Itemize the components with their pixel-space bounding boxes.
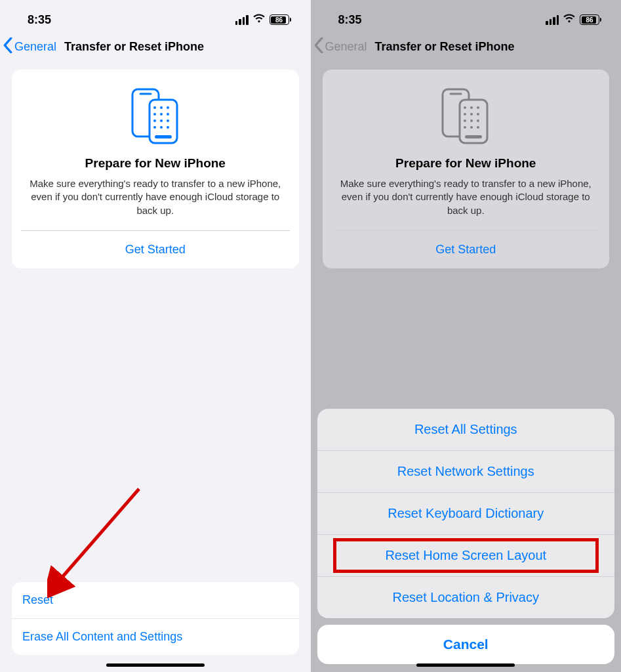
svg-point-29 bbox=[464, 126, 466, 129]
chevron-left-icon bbox=[313, 37, 324, 56]
prepare-card: Prepare for New iPhone Make sure everyth… bbox=[12, 70, 299, 268]
home-indicator[interactable] bbox=[106, 663, 205, 667]
two-phones-icon bbox=[129, 87, 182, 146]
svg-point-12 bbox=[153, 126, 156, 129]
sheet-cancel-button[interactable]: Cancel bbox=[317, 625, 615, 664]
battery-percent: 86 bbox=[586, 16, 593, 24]
battery-icon: 86 bbox=[580, 14, 601, 25]
signal-bars-icon bbox=[235, 15, 249, 25]
wifi-icon bbox=[563, 13, 576, 26]
erase-all-row[interactable]: Erase All Content and Settings bbox=[12, 618, 299, 655]
prepare-card: Prepare for New iPhone Make sure everyth… bbox=[323, 70, 610, 268]
card-body: Make sure everything's ready to transfer… bbox=[22, 177, 289, 230]
get-started-button[interactable]: Get Started bbox=[22, 231, 289, 268]
nav-bar: General Transfer or Reset iPhone bbox=[311, 32, 622, 70]
page-title: Transfer or Reset iPhone bbox=[375, 40, 515, 54]
screen-reset-sheet: 8:35 86 General Transfer or Reset iPhone bbox=[311, 0, 622, 672]
card-heading: Prepare for New iPhone bbox=[333, 156, 599, 171]
back-button[interactable]: General bbox=[14, 40, 56, 54]
svg-point-23 bbox=[464, 113, 466, 116]
svg-point-10 bbox=[160, 119, 163, 122]
content-area: Prepare for New iPhone Make sure everyth… bbox=[0, 70, 311, 268]
battery-percent: 86 bbox=[275, 16, 283, 24]
svg-point-22 bbox=[477, 106, 479, 109]
sheet-option-reset-location[interactable]: Reset Location & Privacy bbox=[317, 576, 615, 618]
svg-point-9 bbox=[153, 119, 156, 122]
svg-point-4 bbox=[160, 106, 163, 109]
status-bar: 8:35 86 bbox=[0, 0, 311, 32]
screen-transfer-reset: 8:35 86 General Transfer or Reset iPhone bbox=[0, 0, 311, 672]
svg-point-25 bbox=[477, 113, 479, 116]
get-started-button: Get Started bbox=[333, 231, 599, 268]
bottom-options-list: Reset Erase All Content and Settings bbox=[12, 582, 299, 655]
card-body: Make sure everything's ready to transfer… bbox=[333, 177, 599, 230]
svg-point-13 bbox=[160, 126, 163, 129]
battery-icon: 86 bbox=[270, 14, 291, 25]
status-time: 8:35 bbox=[338, 13, 362, 27]
svg-point-14 bbox=[167, 126, 169, 129]
sheet-option-reset-keyboard[interactable]: Reset Keyboard Dictionary bbox=[317, 492, 615, 534]
home-indicator[interactable] bbox=[416, 663, 515, 667]
status-bar: 8:35 86 bbox=[311, 0, 622, 32]
back-button: General bbox=[325, 40, 367, 54]
sheet-option-reset-home-screen[interactable]: Reset Home Screen Layout bbox=[317, 534, 615, 576]
svg-point-5 bbox=[167, 106, 169, 109]
svg-point-20 bbox=[464, 106, 466, 109]
nav-bar: General Transfer or Reset iPhone bbox=[0, 32, 311, 70]
svg-rect-15 bbox=[155, 135, 172, 138]
chevron-left-icon[interactable] bbox=[3, 37, 13, 56]
svg-point-8 bbox=[167, 113, 169, 116]
reset-row[interactable]: Reset bbox=[12, 582, 299, 618]
svg-point-3 bbox=[153, 106, 156, 109]
svg-point-6 bbox=[153, 113, 156, 116]
svg-rect-32 bbox=[465, 135, 482, 138]
card-heading: Prepare for New iPhone bbox=[22, 156, 289, 171]
svg-point-7 bbox=[160, 113, 163, 116]
svg-line-16 bbox=[59, 489, 139, 581]
svg-point-21 bbox=[470, 106, 473, 109]
svg-point-26 bbox=[464, 119, 466, 122]
status-time: 8:35 bbox=[28, 13, 51, 27]
status-right: 86 bbox=[546, 13, 601, 26]
svg-point-30 bbox=[470, 126, 473, 129]
sheet-option-reset-all[interactable]: Reset All Settings bbox=[317, 409, 615, 450]
svg-point-24 bbox=[470, 113, 473, 116]
reset-action-sheet: Reset All Settings Reset Network Setting… bbox=[317, 409, 615, 664]
svg-point-28 bbox=[477, 119, 479, 122]
signal-bars-icon bbox=[546, 15, 559, 25]
svg-point-31 bbox=[477, 126, 479, 129]
status-right: 86 bbox=[235, 13, 291, 26]
page-title: Transfer or Reset iPhone bbox=[64, 40, 204, 54]
svg-point-11 bbox=[167, 119, 169, 122]
content-area: Prepare for New iPhone Make sure everyth… bbox=[311, 70, 622, 268]
two-phones-icon bbox=[439, 87, 492, 146]
wifi-icon bbox=[252, 13, 266, 26]
sheet-option-reset-network[interactable]: Reset Network Settings bbox=[317, 450, 615, 492]
sheet-option-group: Reset All Settings Reset Network Setting… bbox=[317, 409, 615, 618]
svg-point-27 bbox=[470, 119, 473, 122]
